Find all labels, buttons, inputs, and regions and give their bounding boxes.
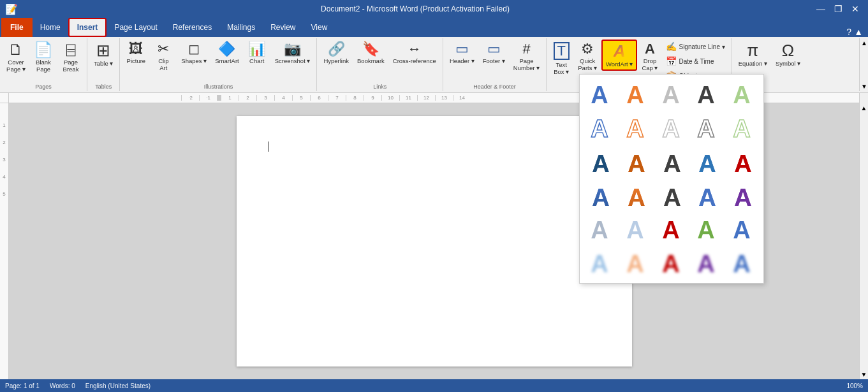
- tab-mailings[interactable]: Mailings: [219, 18, 263, 37]
- tab-home[interactable]: Home: [33, 18, 68, 37]
- wordart-style-16[interactable]: A: [584, 180, 615, 212]
- footer-button[interactable]: ▭ Footer ▾: [479, 40, 509, 67]
- picture-button[interactable]: 🖼 Picture: [122, 40, 149, 67]
- equation-button[interactable]: π Equation ▾: [735, 40, 771, 69]
- header-button[interactable]: ▭ Header ▾: [446, 40, 478, 67]
- wordart-style-12[interactable]: A: [619, 146, 651, 178]
- wordart-style-25[interactable]: A: [726, 214, 758, 245]
- scroll-up-button[interactable]: ▲: [860, 103, 868, 113]
- shapes-icon: ◻: [188, 42, 200, 56]
- wordart-style-7[interactable]: A: [619, 112, 651, 144]
- smartart-button[interactable]: 🔷 SmartArt: [211, 40, 242, 67]
- blank-page-button[interactable]: 📄 BlankPage: [30, 40, 57, 75]
- svg-text:A: A: [591, 217, 608, 243]
- svg-text:A: A: [733, 115, 750, 142]
- ribbon-group-tables: ⊞ Table ▾ Tables: [87, 38, 120, 91]
- wordart-style-22[interactable]: A: [619, 214, 651, 245]
- svg-text:A: A: [626, 149, 644, 176]
- date-time-icon: 📅: [666, 56, 677, 66]
- vertical-scrollbar[interactable]: ▲ ▼: [859, 103, 868, 379]
- svg-text:A: A: [698, 149, 715, 176]
- close-button[interactable]: ✕: [848, 3, 863, 15]
- svg-text:A: A: [662, 149, 679, 176]
- screenshot-icon: 📷: [284, 42, 301, 56]
- document-page: [237, 116, 632, 367]
- wordart-style-3[interactable]: A: [655, 78, 687, 110]
- wordart-style-11[interactable]: A: [584, 146, 615, 178]
- wordart-style-5[interactable]: A: [726, 78, 758, 110]
- help-icon[interactable]: ?: [846, 27, 851, 37]
- tab-view[interactable]: View: [304, 18, 335, 37]
- wordart-style-23[interactable]: A: [655, 214, 687, 245]
- restore-button[interactable]: ❐: [830, 3, 846, 15]
- wordart-style-28[interactable]: A: [655, 247, 687, 279]
- wordart-style-29[interactable]: A: [690, 247, 722, 279]
- wordart-style-1[interactable]: A: [584, 78, 615, 110]
- wordart-style-19[interactable]: A: [690, 180, 722, 212]
- ribbon-scroll-down[interactable]: ▼: [860, 82, 868, 91]
- svg-text:A: A: [698, 250, 715, 277]
- cover-page-icon: 🗋: [8, 42, 24, 57]
- svg-text:A: A: [698, 115, 715, 142]
- wordart-style-18[interactable]: A: [655, 180, 687, 212]
- quick-parts-button[interactable]: ⚙ QuickParts ▾: [574, 40, 601, 74]
- wordart-style-14[interactable]: A: [690, 146, 722, 178]
- clip-art-icon: ✂: [158, 42, 169, 56]
- page-break-button[interactable]: ⌸ PageBreak: [57, 40, 84, 75]
- wordart-style-8[interactable]: A: [655, 112, 687, 144]
- cross-reference-button[interactable]: ↔ Cross-reference: [389, 40, 440, 67]
- clip-art-button[interactable]: ✂ ClipArt: [150, 40, 177, 74]
- wordart-button[interactable]: A WordArt ▾: [601, 40, 637, 71]
- quick-parts-icon: ⚙: [581, 42, 594, 56]
- minimize-ribbon-icon[interactable]: ▲: [854, 27, 863, 37]
- ribbon-group-links: 🔗 Hyperlink 🔖 Bookmark ↔ Cross-reference…: [317, 38, 443, 91]
- symbol-icon: Ω: [782, 42, 794, 59]
- wordart-style-2[interactable]: A: [619, 78, 651, 110]
- svg-text:A: A: [626, 115, 644, 142]
- wordart-style-9[interactable]: A: [690, 112, 722, 144]
- drop-cap-icon: A: [645, 42, 655, 56]
- wordart-grid: AAAAAAAAAAAAAAAAAAAAAAAAAAAAAA: [584, 78, 760, 279]
- ribbon-scroll-up[interactable]: ▲: [860, 38, 868, 48]
- screenshot-button[interactable]: 📷 Screenshot ▾: [271, 40, 314, 67]
- tab-references[interactable]: References: [165, 18, 219, 37]
- minimize-button[interactable]: —: [813, 3, 829, 15]
- wordart-style-4[interactable]: A: [690, 78, 722, 110]
- shapes-button[interactable]: ◻ Shapes ▾: [177, 40, 210, 67]
- cover-page-button[interactable]: 🗋 CoverPage ▾: [3, 40, 29, 75]
- wordart-style-21[interactable]: A: [584, 214, 615, 245]
- symbol-button[interactable]: Ω Symbol ▾: [772, 40, 804, 69]
- svg-text:A: A: [591, 149, 608, 176]
- bookmark-button[interactable]: 🔖 Bookmark: [353, 40, 388, 67]
- tab-file[interactable]: File: [1, 18, 33, 37]
- hyperlink-button[interactable]: 🔗 Hyperlink: [320, 40, 353, 67]
- wordart-style-15[interactable]: A: [726, 146, 758, 178]
- wordart-style-26[interactable]: A: [584, 247, 615, 279]
- tab-insert[interactable]: Insert: [68, 18, 107, 37]
- window-title: Document2 - Microsoft Word (Product Acti…: [18, 4, 813, 13]
- tab-page-layout[interactable]: Page Layout: [107, 18, 165, 37]
- svg-text:A: A: [733, 82, 750, 108]
- svg-text:A: A: [662, 250, 679, 277]
- svg-text:A: A: [733, 250, 750, 277]
- signature-line-button[interactable]: ✍ Signature Line ▾: [662, 40, 728, 54]
- wordart-style-20[interactable]: A: [726, 180, 758, 212]
- text-box-button[interactable]: T TextBox ▾: [549, 40, 573, 78]
- wordart-style-24[interactable]: A: [690, 214, 722, 245]
- wordart-style-6[interactable]: A: [584, 112, 615, 144]
- page-number-button[interactable]: # PageNumber ▾: [510, 40, 543, 74]
- wordart-style-30[interactable]: A: [726, 247, 758, 279]
- wordart-dropdown: AAAAAAAAAAAAAAAAAAAAAAAAAAAAAA: [579, 74, 764, 284]
- tab-review[interactable]: Review: [263, 18, 303, 37]
- scroll-down-button[interactable]: ▼: [860, 370, 868, 379]
- wordart-style-17[interactable]: A: [619, 180, 651, 212]
- date-time-button[interactable]: 📅 Date & Time: [662, 54, 728, 68]
- picture-icon: 🖼: [129, 42, 143, 56]
- drop-cap-button[interactable]: A DropCap ▾: [638, 40, 661, 74]
- wordart-style-27[interactable]: A: [619, 247, 651, 279]
- table-button[interactable]: ⊞ Table ▾: [90, 40, 117, 69]
- footer-icon: ▭: [487, 42, 501, 56]
- wordart-style-13[interactable]: A: [655, 146, 687, 178]
- wordart-style-10[interactable]: A: [726, 112, 758, 144]
- chart-button[interactable]: 📊 Chart: [244, 40, 270, 67]
